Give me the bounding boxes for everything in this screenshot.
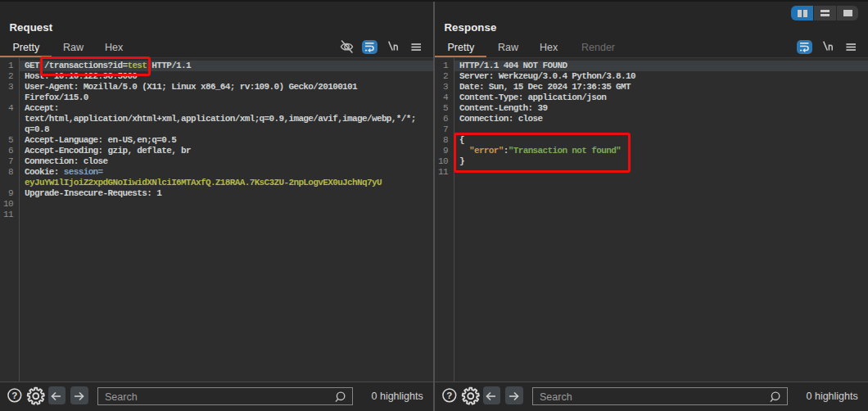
svg-text:?: ? xyxy=(11,391,17,400)
svg-text:?: ? xyxy=(446,391,452,400)
